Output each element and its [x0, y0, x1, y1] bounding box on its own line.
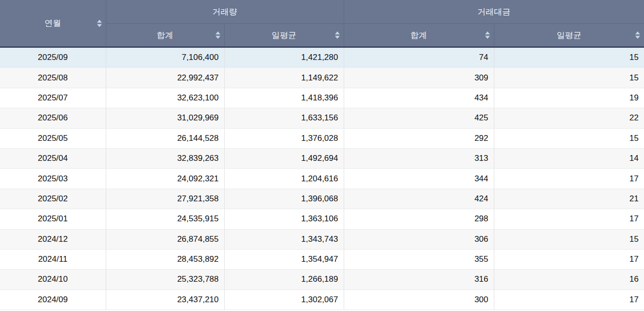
- volume-daily-avg-cell: 1,204,616: [224, 169, 344, 189]
- volume-total-cell: 25,323,788: [106, 270, 224, 290]
- volume-total-cell: 7,106,400: [106, 47, 224, 68]
- column-header-volume-daily-avg-label: 일평균: [272, 31, 296, 40]
- volume-daily-avg-cell: 1,633,156: [224, 108, 344, 128]
- yearmonth-cell: 2025/03: [0, 169, 106, 189]
- table-row[interactable]: 2025/08 22,992,437 1,149,622 309 15: [0, 68, 644, 88]
- volume-total-cell: 31,029,969: [106, 108, 224, 128]
- volume-total-cell: 23,437,210: [106, 290, 224, 310]
- volume-daily-avg-cell: 1,376,028: [224, 128, 344, 148]
- table-row[interactable]: 2024/11 28,453,892 1,354,947 355 17: [0, 249, 644, 269]
- volume-daily-avg-cell: 1,266,189: [224, 270, 344, 290]
- table-row[interactable]: 2025/07 32,623,100 1,418,396 434 19: [0, 88, 644, 108]
- value-total-cell: 74: [344, 47, 494, 68]
- volume-daily-avg-cell: 1,363,106: [224, 209, 344, 229]
- value-daily-avg-cell: 21: [494, 189, 644, 209]
- value-daily-avg-cell: 22: [494, 108, 644, 128]
- sort-icon[interactable]: [485, 32, 490, 39]
- volume-daily-avg-cell: 1,354,947: [224, 249, 344, 269]
- value-total-cell: 298: [344, 209, 494, 229]
- value-total-cell: 292: [344, 128, 494, 148]
- value-total-cell: 306: [344, 229, 494, 249]
- value-daily-avg-cell: 15: [494, 47, 644, 68]
- column-header-yearmonth-label: 연월: [44, 19, 61, 28]
- table-row[interactable]: 2025/01 24,535,915 1,363,106 298 17: [0, 209, 644, 229]
- table-row[interactable]: 2025/03 24,092,321 1,204,616 344 17: [0, 169, 644, 189]
- table-row[interactable]: 2025/09 7,106,400 1,421,280 74 15: [0, 47, 644, 68]
- volume-daily-avg-cell: 1,343,743: [224, 229, 344, 249]
- value-daily-avg-cell: 15: [494, 128, 644, 148]
- value-daily-avg-cell: 17: [494, 290, 644, 310]
- table-body: 2025/09 7,106,400 1,421,280 74 15 2025/0…: [0, 47, 644, 310]
- value-total-cell: 424: [344, 189, 494, 209]
- volume-total-cell: 27,921,358: [106, 189, 224, 209]
- table-row[interactable]: 2025/06 31,029,969 1,633,156 425 22: [0, 108, 644, 128]
- table-row[interactable]: 2024/10 25,323,788 1,266,189 316 16: [0, 270, 644, 290]
- volume-total-cell: 28,453,892: [106, 249, 224, 269]
- table-row[interactable]: 2025/04 32,839,263 1,492,694 313 14: [0, 148, 644, 168]
- column-header-value-daily-avg[interactable]: 일평균: [494, 24, 644, 47]
- sort-icon[interactable]: [215, 32, 220, 39]
- monthly-trading-statistics-panel: 연월 거래량 거래대금 합계 일평균: [0, 0, 644, 311]
- column-header-value-daily-avg-label: 일평균: [557, 31, 582, 40]
- volume-total-cell: 32,623,100: [106, 88, 224, 108]
- column-header-value-total[interactable]: 합계: [344, 24, 494, 47]
- table-row[interactable]: 2024/09 23,437,210 1,302,067 300 17: [0, 290, 644, 310]
- value-daily-avg-cell: 17: [494, 209, 644, 229]
- column-group-volume-label: 거래량: [213, 7, 237, 17]
- yearmonth-cell: 2025/02: [0, 189, 106, 209]
- table-row[interactable]: 2025/05 26,144,528 1,376,028 292 15: [0, 128, 644, 148]
- volume-daily-avg-cell: 1,396,068: [224, 189, 344, 209]
- column-group-value-label: 거래대금: [477, 7, 510, 17]
- column-header-volume-total-label: 합계: [157, 31, 174, 40]
- yearmonth-cell: 2025/09: [0, 47, 106, 68]
- column-header-value-total-label: 합계: [410, 31, 427, 40]
- yearmonth-cell: 2025/04: [0, 148, 106, 168]
- sort-icon[interactable]: [635, 32, 640, 39]
- yearmonth-cell: 2024/12: [0, 229, 106, 249]
- volume-total-cell: 24,535,915: [106, 209, 224, 229]
- volume-daily-avg-cell: 1,149,622: [224, 68, 344, 88]
- value-daily-avg-cell: 15: [494, 68, 644, 88]
- value-daily-avg-cell: 14: [494, 148, 644, 168]
- value-total-cell: 313: [344, 148, 494, 168]
- yearmonth-cell: 2025/06: [0, 108, 106, 128]
- yearmonth-cell: 2025/01: [0, 209, 106, 229]
- volume-daily-avg-cell: 1,421,280: [224, 47, 344, 68]
- yearmonth-cell: 2024/10: [0, 270, 106, 290]
- table-row[interactable]: 2025/02 27,921,358 1,396,068 424 21: [0, 189, 644, 209]
- value-total-cell: 300: [344, 290, 494, 310]
- sort-icon[interactable]: [97, 19, 102, 27]
- volume-total-cell: 24,092,321: [106, 169, 224, 189]
- column-header-yearmonth[interactable]: 연월: [0, 0, 106, 47]
- value-total-cell: 355: [344, 249, 494, 269]
- volume-daily-avg-cell: 1,302,067: [224, 290, 344, 310]
- value-total-cell: 344: [344, 169, 494, 189]
- yearmonth-cell: 2025/05: [0, 128, 106, 148]
- value-daily-avg-cell: 17: [494, 169, 644, 189]
- volume-total-cell: 32,839,263: [106, 148, 224, 168]
- value-daily-avg-cell: 16: [494, 270, 644, 290]
- value-total-cell: 309: [344, 68, 494, 88]
- yearmonth-cell: 2024/09: [0, 290, 106, 310]
- sort-icon[interactable]: [335, 32, 340, 39]
- value-daily-avg-cell: 15: [494, 229, 644, 249]
- value-total-cell: 434: [344, 88, 494, 108]
- volume-total-cell: 26,874,855: [106, 229, 224, 249]
- column-header-volume-daily-avg[interactable]: 일평균: [224, 24, 344, 47]
- column-group-value: 거래대금: [344, 0, 644, 24]
- table-row[interactable]: 2024/12 26,874,855 1,343,743 306 15: [0, 229, 644, 249]
- value-daily-avg-cell: 19: [494, 88, 644, 108]
- column-group-volume: 거래량: [106, 0, 344, 24]
- yearmonth-cell: 2025/07: [0, 88, 106, 108]
- volume-total-cell: 26,144,528: [106, 128, 224, 148]
- volume-daily-avg-cell: 1,492,694: [224, 148, 344, 168]
- yearmonth-cell: 2025/08: [0, 68, 106, 88]
- volume-total-cell: 22,992,437: [106, 68, 224, 88]
- column-header-volume-total[interactable]: 합계: [106, 24, 224, 47]
- yearmonth-cell: 2024/11: [0, 249, 106, 269]
- value-daily-avg-cell: 17: [494, 249, 644, 269]
- monthly-trading-table: 연월 거래량 거래대금 합계 일평균: [0, 0, 644, 310]
- volume-daily-avg-cell: 1,418,396: [224, 88, 344, 108]
- value-total-cell: 425: [344, 108, 494, 128]
- table-header: 연월 거래량 거래대금 합계 일평균: [0, 0, 644, 47]
